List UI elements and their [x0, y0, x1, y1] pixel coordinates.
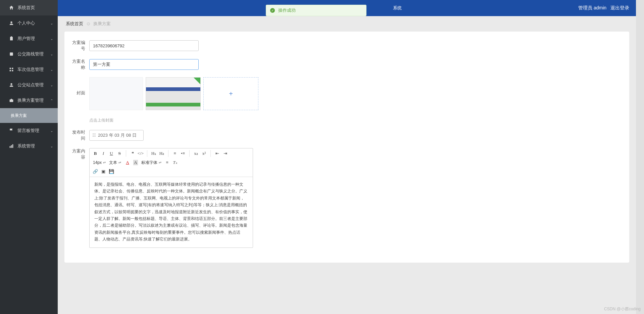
nav-routes[interactable]: 公交路线管理 ⌄ — [0, 46, 58, 62]
plus-icon: + — [229, 90, 233, 98]
svg-rect-1 — [10, 37, 13, 41]
svg-rect-9 — [10, 99, 13, 102]
route-icon — [9, 51, 14, 57]
grid-icon — [9, 67, 14, 72]
nav-label: 公交站点管理 — [17, 82, 44, 88]
svg-rect-10 — [11, 99, 12, 100]
svg-rect-2 — [11, 36, 12, 37]
content-label: 方案内容 — [70, 148, 89, 160]
chevron-down-icon: ⌄ — [50, 129, 53, 133]
nav-label: 留言板管理 — [17, 128, 39, 134]
cover-thumbnail[interactable] — [146, 77, 201, 110]
bg-color-button[interactable]: A — [132, 159, 139, 166]
subscript-button[interactable]: x₂ — [192, 150, 200, 157]
watermark: CSDN @小蔡coding — [604, 306, 641, 312]
nav-home[interactable]: 系统首页 — [0, 0, 58, 15]
strike-button[interactable]: S — [116, 150, 123, 157]
publish-time-value: 2023 年 03 月 08 日 — [98, 132, 137, 138]
svg-point-8 — [10, 83, 12, 85]
nav-users[interactable]: 用户管理 ⌄ — [0, 31, 58, 46]
breadcrumb: 系统首页 ⊙ 换乘方案 — [58, 16, 636, 32]
font-size-select[interactable]: 14px — [92, 159, 107, 167]
nav-stations[interactable]: 公交站点管理 ⌄ — [0, 77, 58, 93]
plan-id-input[interactable] — [89, 40, 199, 51]
chevron-down-icon: ⌄ — [50, 37, 53, 41]
flag-icon — [9, 128, 14, 133]
svg-rect-5 — [12, 68, 13, 69]
nav-label: 系统管理 — [17, 143, 35, 149]
plan-name-input[interactable] — [89, 59, 199, 70]
cover-hint: 点击上传封面 — [89, 118, 623, 123]
toast-text: 操作成功 — [278, 7, 296, 13]
nav-sub-label: 换乘方案 — [11, 113, 27, 119]
pin-icon — [9, 82, 14, 88]
user-icon — [9, 20, 14, 26]
chevron-up-icon: ⌃ — [50, 99, 53, 102]
logout-link[interactable]: 退出登录 — [610, 5, 629, 10]
align-button[interactable]: ≡ — [163, 159, 171, 166]
check-icon: ✓ — [270, 8, 275, 13]
font-family-select[interactable]: 标准字体 — [140, 159, 163, 167]
unordered-list-button[interactable]: •≡ — [179, 150, 187, 157]
plan-name-label: 方案名称 — [70, 58, 89, 71]
indent-button[interactable]: ⇥ — [221, 150, 229, 157]
header-user[interactable]: 管理员 admin — [578, 5, 606, 10]
svg-rect-4 — [10, 68, 11, 69]
nav-messages[interactable]: 留言板管理 ⌄ — [0, 123, 58, 138]
text-color-button[interactable]: A — [124, 159, 131, 166]
save-button[interactable]: 💾 — [108, 168, 115, 175]
chevron-down-icon: ⌄ — [50, 144, 53, 148]
clear-format-button[interactable]: Tₓ — [171, 159, 179, 166]
italic-button[interactable]: I — [100, 150, 107, 157]
chevron-down-icon: ⌄ — [50, 52, 53, 56]
sidebar: 系统首页 个人中心 ⌄ 用户管理 ⌄ 公交路线管理 ⌄ 车次信息管理 ⌄ 公交站… — [0, 0, 58, 314]
nav-label: 个人中心 — [17, 20, 35, 26]
svg-rect-13 — [12, 144, 13, 148]
form-card: 方案编号 方案名称 封面 + 点击上传封面 发布时间 — [64, 32, 629, 263]
superscript-button[interactable]: x² — [200, 150, 208, 157]
briefcase-icon — [9, 98, 14, 103]
breadcrumb-sep: ⊙ — [87, 21, 90, 26]
underline-button[interactable]: U — [108, 150, 115, 157]
nav-label: 系统首页 — [17, 5, 35, 11]
nav-trips[interactable]: 车次信息管理 ⌄ — [0, 62, 58, 77]
home-icon — [9, 5, 14, 10]
svg-rect-7 — [12, 70, 13, 71]
chevron-down-icon: ⌄ — [50, 21, 53, 25]
image-button[interactable]: ▣ — [100, 168, 107, 175]
bold-button[interactable]: B — [92, 150, 99, 157]
nav-transfer-plan[interactable]: 换乘方案 — [0, 108, 58, 123]
quote-button[interactable]: ❝ — [129, 150, 136, 157]
link-button[interactable]: 🔗 — [92, 168, 99, 175]
h1-button[interactable]: H₁ — [150, 150, 157, 157]
publish-time-input[interactable]: ☷ 2023 年 03 月 08 日 — [89, 130, 144, 141]
cover-add-button[interactable]: + — [203, 77, 258, 110]
outdent-button[interactable]: ⇤ — [213, 150, 221, 157]
rich-text-editor: B I U S ❝ </> H₁ H₂ ≡ •≡ x₂ — [89, 148, 253, 248]
chevron-down-icon: ⌄ — [50, 68, 53, 72]
cover-label: 封面 — [70, 90, 89, 96]
ordered-list-button[interactable]: ≡ — [171, 150, 179, 157]
nav-transfer[interactable]: 换乘方案管理 ⌃ — [0, 93, 58, 108]
nav-system[interactable]: 系统管理 ⌄ — [0, 138, 58, 154]
calendar-icon: ☷ — [92, 133, 96, 138]
svg-rect-6 — [10, 70, 11, 71]
nav-profile[interactable]: 个人中心 ⌄ — [0, 15, 58, 31]
nav-label: 用户管理 — [17, 36, 35, 42]
breadcrumb-current: 换乘方案 — [93, 21, 111, 26]
font-type-select[interactable]: 文本 — [108, 159, 123, 167]
editor-content[interactable]: 新闻，是指报纸、电台、电视台、互联网等媒体经常使用的记录与传播信息的一种文体。是… — [90, 177, 253, 248]
header: 系统 ✓ 操作成功 管理员 admin 退出登录 — [58, 0, 636, 16]
main-area: 系统 ✓ 操作成功 管理员 admin 退出登录 系统首页 ⊙ 换乘方案 方案编… — [58, 0, 636, 314]
nav-label: 换乘方案管理 — [17, 97, 44, 103]
breadcrumb-home[interactable]: 系统首页 — [66, 21, 83, 26]
publish-time-label: 发布时间 — [70, 129, 89, 141]
header-title-suffix: 系统 — [393, 5, 402, 11]
svg-point-0 — [10, 21, 12, 23]
svg-rect-3 — [10, 52, 13, 55]
nav-label: 车次信息管理 — [17, 66, 44, 73]
h2-button[interactable]: H₂ — [158, 150, 165, 157]
nav-label: 公交路线管理 — [17, 51, 44, 57]
code-button[interactable]: </> — [137, 150, 144, 157]
right-gutter — [636, 0, 644, 314]
